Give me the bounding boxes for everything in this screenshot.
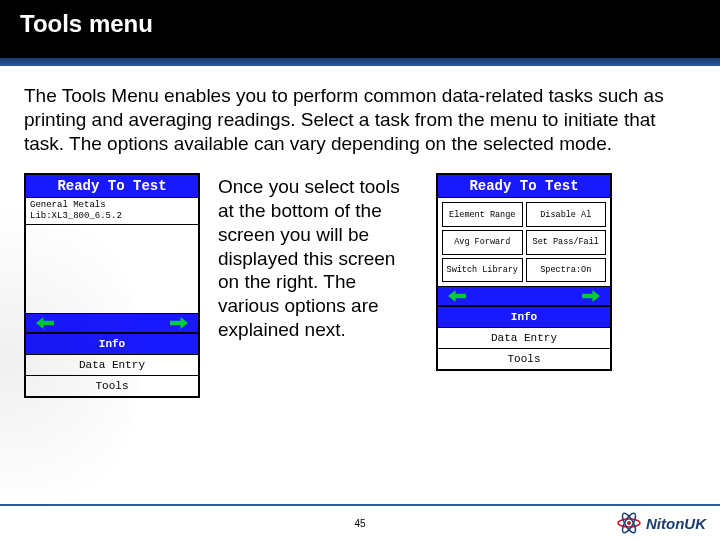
device-sub-line2: Lib:XL3_800_6.5.2 xyxy=(30,211,194,222)
panels-row: Ready To Test General Metals Lib:XL3_800… xyxy=(24,173,696,398)
svg-point-3 xyxy=(627,521,631,525)
menu-tools[interactable]: Tools xyxy=(438,348,610,369)
device-subheader: General Metals Lib:XL3_800_6.5.2 xyxy=(26,198,198,225)
footer: 45 NitonUK xyxy=(0,506,720,540)
page-title: Tools menu xyxy=(20,10,700,38)
middle-description: Once you select tools at the bottom of t… xyxy=(218,173,418,341)
page-number: 45 xyxy=(354,518,365,529)
arrow-right-icon[interactable] xyxy=(582,290,600,302)
menu-tools[interactable]: Tools xyxy=(26,375,198,396)
header-stripe xyxy=(0,58,720,66)
arrow-left-icon[interactable] xyxy=(448,290,466,302)
menu-info[interactable]: Info xyxy=(26,333,198,354)
device-header: Ready To Test xyxy=(438,175,610,198)
device-tools-grid: Element Range Disable Al Avg Forward Set… xyxy=(438,198,610,286)
device-screenshot-left: Ready To Test General Metals Lib:XL3_800… xyxy=(24,173,200,398)
tool-element-range[interactable]: Element Range xyxy=(442,202,523,227)
tool-set-pass-fail[interactable]: Set Pass/Fail xyxy=(526,230,607,255)
device-arrow-bar xyxy=(438,286,610,306)
intro-paragraph: The Tools Menu enables you to perform co… xyxy=(24,84,664,155)
tool-avg-forward[interactable]: Avg Forward xyxy=(442,230,523,255)
arrow-right-icon[interactable] xyxy=(170,317,188,329)
menu-info[interactable]: Info xyxy=(438,306,610,327)
content-area: The Tools Menu enables you to perform co… xyxy=(0,66,720,398)
menu-data-entry[interactable]: Data Entry xyxy=(26,354,198,375)
tool-switch-library[interactable]: Switch Library xyxy=(442,258,523,283)
device-screenshot-right: Ready To Test Element Range Disable Al A… xyxy=(436,173,612,371)
tool-disable-al[interactable]: Disable Al xyxy=(526,202,607,227)
device-body-blank xyxy=(26,225,198,313)
device-header: Ready To Test xyxy=(26,175,198,198)
tool-spectra-on[interactable]: Spectra:On xyxy=(526,258,607,283)
title-bar: Tools menu xyxy=(0,0,720,58)
brand-name: NitonUK xyxy=(646,515,706,532)
menu-data-entry[interactable]: Data Entry xyxy=(438,327,610,348)
arrow-left-icon[interactable] xyxy=(36,317,54,329)
brand-logo: NitonUK xyxy=(616,512,706,534)
device-arrow-bar xyxy=(26,313,198,333)
atom-icon xyxy=(616,512,642,534)
device-sub-line1: General Metals xyxy=(30,200,194,211)
